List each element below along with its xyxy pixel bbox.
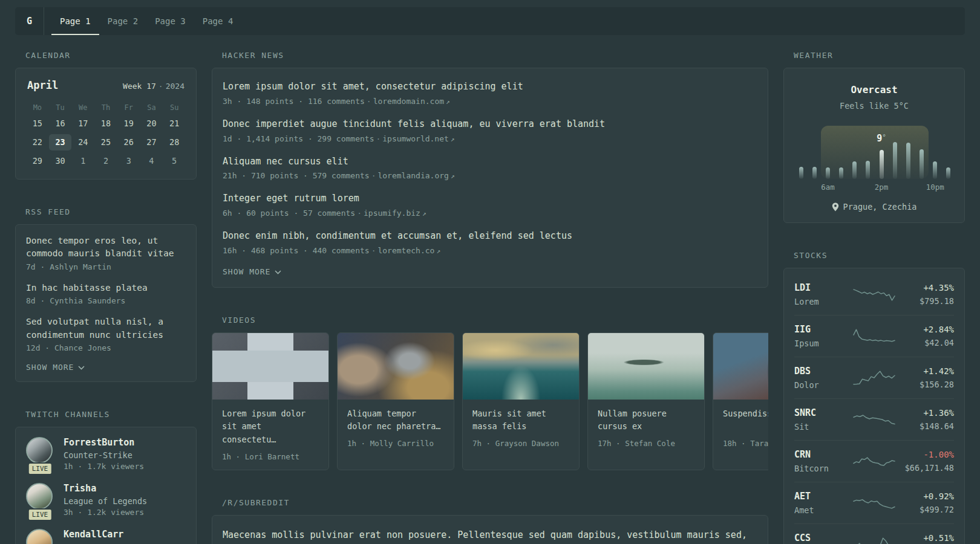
- stock-ticker[interactable]: AET: [794, 491, 853, 502]
- avatar[interactable]: [26, 529, 53, 544]
- dashboard-columns: CALENDAR April Week 17·2024 MoTuWeThFrSa…: [15, 51, 965, 544]
- separator-dot: ·: [370, 246, 378, 255]
- rss-item-title[interactable]: Donec tempor eros leo, ut commodo mauris…: [26, 235, 186, 261]
- stock-ticker[interactable]: CCS: [794, 533, 853, 543]
- external-link-icon: ↗: [449, 172, 455, 180]
- video-thumbnail[interactable]: [588, 333, 704, 400]
- weather-hour-slot: 9° 2pm: [875, 126, 888, 179]
- weather-bar: [799, 167, 803, 179]
- video-card[interactable]: Mauris sit amet massa felis 7h · Grayson…: [462, 332, 580, 470]
- calendar-day[interactable]: 24: [71, 134, 94, 151]
- item-domain-link[interactable]: ipsumify.biz: [364, 209, 420, 218]
- calendar-day[interactable]: 3: [117, 153, 140, 169]
- separator-dot: ·: [365, 97, 373, 106]
- twitch-channel-name[interactable]: ForrestBurton: [64, 437, 144, 448]
- calendar-day[interactable]: 20: [140, 115, 163, 132]
- stock-row: IIG Ipsum +2.84% $42.04: [794, 315, 954, 357]
- hackernews-item-title[interactable]: Integer eget rutrum lorem: [223, 192, 757, 206]
- hackernews-card: Lorem ipsum dolor sit amet, consectetur …: [212, 68, 768, 288]
- video-title[interactable]: Nullam posuere cursus ex: [598, 407, 694, 433]
- hackernews-list: Lorem ipsum dolor sit amet, consectetur …: [223, 80, 757, 255]
- video-thumbnail[interactable]: [463, 333, 579, 400]
- hackernews-show-more-button[interactable]: SHOW MORE: [223, 267, 281, 276]
- video-title[interactable]: Aliquam tempor dolor nec pharetra…: [347, 407, 444, 433]
- weekday-header: Mo: [26, 103, 49, 112]
- rss-card: Donec tempor eros leo, ut commodo mauris…: [15, 224, 197, 382]
- calendar-day[interactable]: 18: [94, 115, 117, 132]
- video-card-body: Aliquam tempor dolor nec pharetra… 1h · …: [338, 400, 454, 456]
- calendar-day[interactable]: 27: [140, 134, 163, 151]
- calendar-day[interactable]: 25: [94, 134, 117, 151]
- calendar-day[interactable]: 29: [26, 153, 49, 169]
- stock-ticker[interactable]: DBS: [794, 366, 853, 377]
- video-title[interactable]: Lorem ipsum dolor sit amet consectetu…: [222, 407, 319, 447]
- page-tab[interactable]: Page 4: [194, 7, 242, 35]
- avatar[interactable]: [26, 483, 53, 510]
- hackernews-item-title[interactable]: Aliquam nec cursus elit: [223, 155, 757, 169]
- video-card[interactable]: Suspendisse diam 18h · Tara: [713, 332, 768, 470]
- twitch-channel-game[interactable]: Counter-Strike: [64, 450, 144, 460]
- video-card[interactable]: Aliquam tempor dolor nec pharetra… 1h · …: [337, 332, 454, 470]
- stocks-card: LDI Lorem +4.35% $795.18 IIG Ips: [783, 268, 965, 544]
- stock-values: +0.51% $165.84: [895, 533, 954, 544]
- video-title[interactable]: Suspendisse diam: [723, 407, 768, 433]
- stock-id: LDI Lorem: [794, 282, 853, 306]
- video-thumbnail[interactable]: [212, 333, 328, 400]
- stock-name: Bitcorn: [794, 464, 853, 473]
- video-card-body: Suspendisse diam 18h · Tara: [713, 400, 768, 456]
- calendar-day[interactable]: 15: [26, 115, 49, 132]
- calendar-day[interactable]: 22: [26, 134, 49, 151]
- twitch-channel-game[interactable]: League of Legends: [64, 496, 147, 506]
- weather-hour-label: 10pm: [926, 183, 944, 192]
- hackernews-item: Donec imperdiet augue tincidunt felis al…: [223, 118, 757, 143]
- page-tab[interactable]: Page 3: [146, 7, 194, 35]
- page-tab[interactable]: Page 1: [51, 7, 99, 35]
- stock-ticker[interactable]: IIG: [794, 324, 853, 335]
- twitch-channel-name[interactable]: Trisha: [64, 483, 147, 494]
- calendar-day[interactable]: 17: [71, 115, 94, 132]
- calendar-day[interactable]: 5: [163, 153, 186, 169]
- calendar-day[interactable]: 28: [163, 134, 186, 151]
- hackernews-item-title[interactable]: Donec enim nibh, condimentum et accumsan…: [223, 230, 757, 243]
- hackernews-item-title[interactable]: Lorem ipsum dolor sit amet, consectetur …: [223, 80, 757, 94]
- stock-row: SNRC Sit +1.36% $148.64: [794, 398, 954, 440]
- calendar-year-label: 2024: [166, 82, 185, 91]
- calendar-day[interactable]: 4: [140, 153, 163, 169]
- calendar-day[interactable]: 23: [49, 134, 72, 151]
- item-domain-link[interactable]: loremdomain.com: [373, 97, 444, 106]
- stock-price: $42.04: [895, 338, 954, 348]
- calendar-day[interactable]: 2: [94, 153, 117, 169]
- calendar-day[interactable]: 21: [163, 115, 186, 132]
- stock-ticker[interactable]: LDI: [794, 282, 853, 293]
- rss-show-more-button[interactable]: SHOW MORE: [26, 363, 85, 372]
- avatar[interactable]: [26, 437, 53, 464]
- twitch-channel-meta: 3h · 1.2k viewers: [64, 508, 147, 517]
- rss-item-title[interactable]: Sed volutpat nulla nisl, a condimentum n…: [26, 316, 186, 342]
- rss-item-title[interactable]: In hac habitasse platea: [26, 282, 186, 294]
- stock-ticker[interactable]: CRN: [794, 449, 853, 460]
- twitch-channel-meta: 1h · 1.7k viewers: [64, 462, 144, 471]
- stock-name: Ipsum: [794, 338, 853, 348]
- subreddit-post-title[interactable]: Maecenas mollis pulvinar erat non posuer…: [223, 528, 757, 544]
- hackernews-item-title[interactable]: Donec imperdiet augue tincidunt felis al…: [223, 118, 757, 131]
- page-tab[interactable]: Page 2: [99, 7, 147, 35]
- calendar-day[interactable]: 30: [49, 153, 72, 169]
- video-thumbnail[interactable]: [713, 333, 768, 400]
- video-title[interactable]: Mauris sit amet massa felis: [472, 407, 569, 433]
- item-domain-link[interactable]: loremlandia.org: [377, 171, 448, 180]
- stock-ticker[interactable]: SNRC: [794, 407, 853, 418]
- navbar: G Page 1Page 2Page 3Page 4: [15, 7, 965, 35]
- video-card[interactable]: Lorem ipsum dolor sit amet consectetu… 1…: [212, 332, 329, 470]
- calendar-day[interactable]: 16: [49, 115, 72, 132]
- item-domain-link[interactable]: loremtech.co: [377, 246, 434, 255]
- twitch-channel-name[interactable]: KendallCarr: [64, 529, 123, 540]
- item-domain-link[interactable]: ipsumworld.net: [382, 134, 449, 143]
- stock-row: DBS Dolor +1.42% $156.28: [794, 357, 954, 398]
- calendar-day[interactable]: 1: [71, 153, 94, 169]
- video-card[interactable]: Nullam posuere cursus ex 17h · Stefan Co…: [587, 332, 705, 470]
- stock-change: +2.84%: [895, 325, 954, 334]
- video-thumbnail[interactable]: [338, 333, 454, 400]
- location-pin-icon: [832, 202, 839, 212]
- calendar-day[interactable]: 26: [117, 134, 140, 151]
- calendar-day[interactable]: 19: [117, 115, 140, 132]
